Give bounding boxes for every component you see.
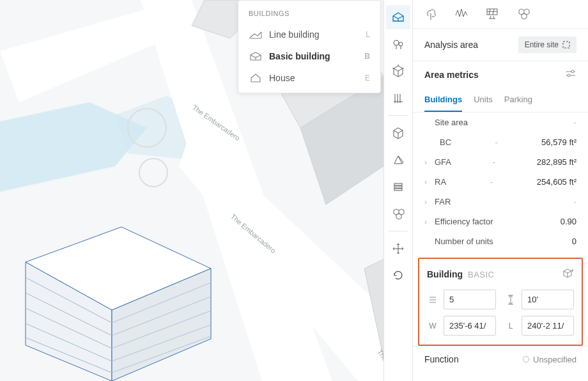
line-building-icon <box>249 29 263 40</box>
dropdown-item-label: Line building <box>269 29 320 40</box>
tool-buildings[interactable] <box>386 5 410 29</box>
metric-site-area: Site area - <box>413 113 588 132</box>
building-title: Building <box>427 269 463 279</box>
tool-assembly[interactable] <box>386 201 410 226</box>
metric-units: Number of units 0 <box>413 231 588 251</box>
dropdown-item-key: B <box>364 52 370 61</box>
function-label: Function <box>424 354 459 364</box>
svg-point-25 <box>394 40 399 45</box>
subtab-buildings[interactable]: Buildings <box>424 88 462 112</box>
metrics-subtabs: Buildings Units Parking <box>413 88 588 113</box>
svg-rect-28 <box>394 186 402 188</box>
chevron-right-icon: › <box>424 178 435 187</box>
entire-site-button[interactable]: Entire site <box>518 36 576 53</box>
chevron-right-icon: › <box>424 158 435 167</box>
panel-top-tabs <box>413 0 588 28</box>
tool-levels[interactable] <box>386 175 410 199</box>
metric-gfa[interactable]: › GFA - 282,895 ft² <box>413 152 588 172</box>
tool-refresh[interactable] <box>386 263 410 288</box>
subtab-parking[interactable]: Parking <box>504 88 532 112</box>
tool-prism[interactable] <box>386 148 410 172</box>
entire-site-label: Entire site <box>525 40 559 49</box>
metric-ra[interactable]: › RA - 254,605 ft² <box>413 172 588 192</box>
floors-icon <box>427 294 438 306</box>
dropdown-item-label: Basic building <box>269 51 330 61</box>
field-width: W <box>427 316 496 336</box>
svg-rect-31 <box>563 42 569 48</box>
height-input[interactable] <box>522 290 574 309</box>
area-metrics-label: Area metrics <box>424 70 479 80</box>
chevron-right-icon: › <box>424 198 435 206</box>
length-label: L <box>505 320 516 332</box>
dropdown-item-house[interactable]: House E <box>238 67 380 89</box>
metric-bc: BC - 56,579 ft² <box>413 132 588 152</box>
sliders-icon[interactable] <box>565 69 576 81</box>
tool-trees[interactable] <box>386 32 410 56</box>
dropdown-item-key: E <box>365 74 370 82</box>
tool-cube[interactable] <box>386 121 410 145</box>
width-input[interactable] <box>444 316 496 336</box>
dropdown-item-key: L <box>366 30 370 39</box>
tool-move[interactable] <box>386 237 410 261</box>
buildings-dropdown: BUILDINGS Line building L Basic building… <box>238 0 381 93</box>
width-label: W <box>427 320 438 332</box>
tool-box[interactable] <box>386 59 410 83</box>
house-icon <box>249 72 263 84</box>
toolbar-separator <box>389 115 408 116</box>
svg-rect-27 <box>394 183 402 185</box>
floors-input[interactable] <box>444 290 496 309</box>
subtab-units[interactable]: Units <box>474 88 493 112</box>
svg-point-32 <box>571 70 574 73</box>
svg-point-33 <box>568 74 570 77</box>
dropdown-header: BUILDINGS <box>238 6 380 24</box>
svg-point-26 <box>399 42 403 46</box>
building-section: Building BASIC W L <box>418 258 583 346</box>
dropdown-item-basic-building[interactable]: Basic building B <box>238 45 380 67</box>
field-length: L <box>505 316 574 336</box>
function-color-dot <box>523 356 529 362</box>
dropdown-item-label: House <box>269 73 295 83</box>
properties-panel: Analysis area Entire site Area metrics B… <box>413 0 588 381</box>
metric-efficiency[interactable]: › Efficiency factor 0.90 <box>413 212 588 231</box>
function-value: Unspecified <box>533 355 576 364</box>
vertical-toolbar <box>383 0 413 381</box>
basic-building-icon <box>249 51 263 62</box>
tab-nature-icon[interactable] <box>423 6 440 20</box>
function-row[interactable]: Function Unspecified <box>413 346 588 372</box>
height-icon <box>505 294 516 306</box>
field-floors <box>427 290 496 309</box>
dropdown-item-line-building[interactable]: Line building L <box>238 24 380 45</box>
building-goto-icon[interactable] <box>562 268 574 281</box>
tab-solar-icon[interactable] <box>484 6 501 20</box>
tab-assembly-icon[interactable] <box>515 6 532 20</box>
length-input[interactable] <box>522 316 574 336</box>
tool-axes[interactable] <box>386 86 410 110</box>
chevron-right-icon: › <box>424 217 435 226</box>
area-metrics-header: Area metrics <box>413 61 588 88</box>
building-subtitle: BASIC <box>468 270 495 279</box>
svg-rect-29 <box>394 189 402 190</box>
analysis-area-row: Analysis area Entire site <box>413 28 588 61</box>
field-height <box>505 290 574 309</box>
analysis-area-label: Analysis area <box>424 40 478 50</box>
metric-far[interactable]: › FAR - <box>413 192 588 212</box>
toolbar-separator <box>389 231 408 231</box>
tab-wave-icon[interactable] <box>454 6 470 20</box>
